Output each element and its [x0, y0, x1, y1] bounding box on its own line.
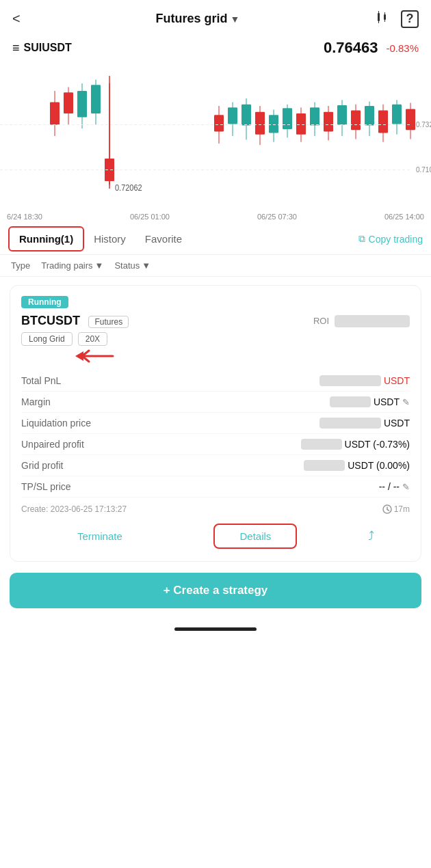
tags-row: Long Grid 20X — [21, 332, 410, 346]
margin-row: Margin USDT ✎ — [21, 392, 410, 413]
help-icon[interactable]: ? — [401, 10, 419, 28]
filter-row: Type Trading pairs ▼ Status ▼ — [0, 255, 431, 277]
card-top-row: BTCUSDT Futures ROI — [21, 314, 410, 328]
time-label-1: 6/24 18:30 — [7, 213, 42, 221]
margin-edit-icon[interactable]: ✎ — [402, 397, 410, 407]
tab-running[interactable]: Running(1) — [8, 226, 84, 252]
svg-rect-48 — [406, 109, 415, 130]
svg-rect-38 — [337, 105, 347, 125]
tab-history[interactable]: History — [84, 225, 135, 253]
time-label-3: 06/25 07:30 — [257, 213, 297, 221]
svg-rect-26 — [255, 112, 265, 135]
margin-blur — [330, 396, 371, 407]
back-button[interactable]: < — [12, 11, 21, 27]
filter-pairs-arrow-icon: ▼ — [95, 260, 104, 271]
svg-rect-28 — [269, 115, 278, 133]
svg-rect-20 — [214, 115, 224, 131]
svg-rect-9 — [50, 103, 60, 125]
grid-profit-suffix: USDT (0.00%) — [348, 460, 410, 471]
share-button[interactable]: ⤴ — [368, 529, 374, 543]
menu-icon[interactable]: ≡ — [12, 41, 20, 55]
chart-area: 0.72062 — [0, 61, 431, 211]
pair-info: BTCUSDT Futures — [21, 314, 129, 328]
filter-status[interactable]: Status ▼ — [114, 260, 151, 271]
grid-profit-label: Grid profit — [21, 460, 63, 471]
filter-trading-pairs[interactable]: Trading pairs ▼ — [41, 260, 103, 271]
title-text: Futures grid — [155, 12, 227, 26]
svg-rect-13 — [77, 91, 87, 118]
current-price: 0.76463 — [324, 39, 378, 57]
svg-rect-3 — [384, 14, 386, 20]
svg-rect-1 — [378, 11, 379, 13]
grid-type-tag: Long Grid — [21, 332, 73, 346]
title-arrow-icon[interactable]: ▼ — [230, 14, 239, 25]
time-ago-value: 17m — [394, 504, 410, 514]
copy-trading-label: Copy trading — [369, 234, 423, 245]
pair-name: BTCUSDT — [21, 314, 80, 327]
tpsl-value: -- / -- ✎ — [379, 481, 410, 492]
unpaired-suffix: USDT (-0.73%) — [345, 439, 410, 450]
grid-profit-row: Grid profit USDT (0.00%) — [21, 455, 410, 476]
svg-rect-24 — [241, 105, 251, 126]
total-pnl-row: Total PnL USDT — [21, 370, 410, 392]
svg-rect-4 — [384, 12, 385, 14]
svg-line-56 — [387, 510, 389, 511]
svg-rect-44 — [378, 111, 388, 133]
strategy-card: Running BTCUSDT Futures ROI Long Grid 20… — [10, 285, 421, 562]
liquidation-label: Liquidation price — [21, 418, 91, 429]
filter-type-label: Type — [11, 260, 30, 271]
filter-status-label: Status — [114, 260, 140, 271]
copy-trading-link[interactable]: ⧉ Copy trading — [358, 233, 423, 245]
terminate-button[interactable]: Terminate — [57, 525, 143, 547]
roi-value-blur — [335, 315, 410, 327]
create-time: Create: 2023-06-25 17:13:27 — [21, 504, 127, 514]
price-bar: ≡ SUIUSDT 0.76463 -0.83% — [0, 35, 431, 61]
tpsl-edit-icon[interactable]: ✎ — [402, 482, 410, 492]
svg-rect-40 — [351, 111, 361, 131]
leverage-tag: 20X — [78, 332, 107, 346]
time-ago: 17m — [382, 504, 410, 514]
unpaired-blur — [301, 439, 342, 450]
price-change: -0.83% — [386, 42, 419, 54]
tpsl-label: TP/SL price — [21, 481, 71, 492]
tpsl-row: TP/SL price -- / -- ✎ — [21, 476, 410, 498]
tpsl-text: -- / -- — [379, 481, 400, 492]
compare-icon[interactable] — [375, 10, 391, 28]
arrow-pointer-icon — [75, 346, 116, 366]
margin-value: USDT ✎ — [330, 396, 410, 407]
liquidation-blur — [319, 418, 381, 429]
svg-rect-32 — [296, 113, 306, 135]
svg-rect-15 — [91, 85, 101, 113]
svg-rect-11 — [64, 92, 73, 113]
type-badge: Futures — [88, 316, 129, 328]
total-pnl-blur — [319, 375, 381, 386]
svg-text:0.71095: 0.71095 — [416, 165, 431, 174]
svg-text:0.73209: 0.73209 — [416, 120, 431, 128]
home-indicator — [174, 627, 257, 631]
margin-label: Margin — [21, 396, 51, 407]
unpaired-label: Unpaired profit — [21, 439, 84, 450]
svg-rect-36 — [324, 112, 333, 132]
header: < Futures grid ▼ ? — [0, 0, 431, 35]
clock-icon — [382, 504, 392, 514]
svg-rect-42 — [365, 106, 374, 126]
chart-time-labels: 6/24 18:30 06/25 01:00 06/25 07:30 06/25… — [0, 211, 431, 223]
tab-favorite[interactable]: Favorite — [135, 225, 192, 253]
svg-rect-46 — [392, 105, 402, 124]
details-button[interactable]: Details — [213, 524, 297, 549]
total-pnl-suffix: USDT — [384, 375, 410, 386]
bottom-bar — [0, 619, 431, 636]
unpaired-value: USDT (-0.73%) — [301, 439, 410, 450]
liquidation-row: Liquidation price USDT — [21, 413, 410, 434]
total-pnl-value: USDT — [319, 375, 410, 386]
filter-pairs-label: Trading pairs — [41, 260, 92, 271]
filter-type[interactable]: Type — [11, 260, 30, 271]
svg-rect-6 — [0, 61, 431, 211]
svg-rect-22 — [228, 107, 237, 124]
tabs-bar: Running(1) History Favorite ⧉ Copy tradi… — [0, 223, 431, 255]
liquidation-value: USDT — [319, 418, 410, 429]
svg-marker-53 — [75, 351, 83, 361]
svg-rect-34 — [310, 107, 319, 125]
copy-icon: ⧉ — [358, 233, 365, 245]
create-strategy-button[interactable]: + Create a strategy — [10, 573, 421, 608]
